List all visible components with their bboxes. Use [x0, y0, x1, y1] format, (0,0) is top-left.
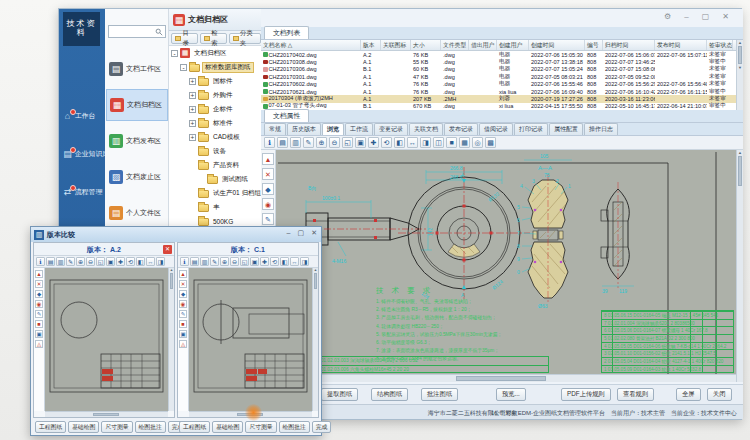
tree-node[interactable]: -标准数据库图纸 [169, 60, 261, 74]
button-结构图纸[interactable]: 结构图纸 [371, 388, 408, 401]
search-input[interactable] [108, 25, 166, 38]
tab-变更记录[interactable]: 变更记录 [374, 123, 408, 135]
stamp-approve-icon[interactable]: ▲ [35, 270, 43, 278]
expand-toggle[interactable]: + [189, 78, 196, 85]
button-绘图批注[interactable]: 绘图批注 [279, 421, 310, 433]
stamp-check-icon[interactable]: ◆ [35, 290, 43, 298]
tab-file-list[interactable]: 文档列表 [264, 26, 309, 39]
grid-icon[interactable]: ▦ [459, 137, 470, 148]
stamp-check-icon[interactable]: ◆ [179, 290, 187, 298]
zoom-out-icon[interactable]: ⊖ [86, 257, 95, 266]
column-header[interactable]: 创建用户 [497, 40, 529, 50]
expand-toggle[interactable]: - [180, 64, 187, 71]
sidebar-item-workflow[interactable]: ⇄流程管理 [59, 177, 105, 207]
workspace-item-doc-publish[interactable]: ▥文档发布区 [106, 125, 168, 157]
column-header[interactable]: 签审状态 [707, 40, 733, 50]
tab-属性配置[interactable]: 属性配置 [549, 123, 583, 135]
column-header[interactable]: 关联图标 [381, 40, 411, 50]
expand-toggle[interactable]: - [171, 50, 178, 57]
tab-doc-props[interactable]: 文档属性 [264, 109, 309, 122]
button-批注图纸[interactable]: 批注图纸 [421, 388, 458, 401]
compare-drawing-left[interactable] [45, 268, 168, 411]
target-icon[interactable]: ◎ [472, 137, 483, 148]
column-header[interactable]: 编号 [585, 40, 603, 50]
tree-node[interactable]: +外购件 [169, 88, 261, 102]
tab-借阅记录[interactable]: 借阅记录 [479, 123, 513, 135]
tree-node[interactable]: 测试图纸 [169, 172, 261, 186]
tree-node[interactable]: +CAD模板 [169, 130, 261, 144]
tab-操作日志[interactable]: 操作日志 [584, 123, 618, 135]
tab-category[interactable]: 分类夹 [229, 33, 261, 44]
button-PDF上传规则[interactable]: PDF上传规则 [561, 388, 611, 401]
stamp-reject-icon[interactable]: ✕ [179, 280, 187, 288]
expand-toggle[interactable]: + [189, 134, 196, 141]
expand-toggle[interactable]: + [189, 120, 196, 127]
stamp-reject-icon[interactable]: ✕ [35, 280, 43, 288]
button-查看规则[interactable]: 查看规则 [617, 388, 654, 401]
layers-icon[interactable]: ◧ [394, 137, 405, 148]
stamp-approve-icon[interactable]: ▲ [179, 270, 187, 278]
tab-常规[interactable]: 常规 [264, 123, 286, 135]
pan-icon[interactable]: ✚ [260, 257, 269, 266]
pane-vertical-scrollbar[interactable]: ▲ [312, 268, 318, 411]
tab-search[interactable]: 检索 [200, 33, 227, 44]
fill-icon[interactable]: ■ [446, 137, 457, 148]
settings-icon[interactable]: ⚙ [664, 12, 671, 21]
pane-vertical-scrollbar[interactable]: ▲ [168, 268, 174, 411]
button-基础绘图[interactable]: 基础绘图 [68, 421, 99, 433]
minimize-icon[interactable]: – [287, 229, 291, 237]
workspace-item-personal-files[interactable]: ▤个人文件区 [106, 197, 168, 229]
button-基础绘图[interactable]: 基础绘图 [212, 421, 243, 433]
column-header[interactable]: 文档名称 △ [261, 40, 361, 50]
table-row[interactable]: 07-01-03 管子弯头.dwgB.1670 KB.dwgxi liua202… [261, 103, 736, 110]
info-icon[interactable]: ℹ [36, 257, 45, 266]
button-全屏[interactable]: 全屏 [676, 388, 701, 401]
stamp-frame-icon[interactable]: ▣ [179, 330, 187, 338]
markup-icon[interactable]: ◨ [300, 257, 309, 266]
edit-icon[interactable]: ✎ [303, 137, 314, 148]
info-icon[interactable]: ℹ [180, 257, 189, 266]
hatch-icon[interactable]: ▩ [485, 137, 496, 148]
stamp-seal-icon[interactable]: ◉ [179, 300, 187, 308]
column-header[interactable]: 借出用户 [469, 40, 497, 50]
pan-icon[interactable]: ✚ [368, 137, 379, 148]
button-尺寸测量[interactable]: 尺寸测量 [245, 421, 276, 433]
button-工程图纸[interactable]: 工程图纸 [35, 421, 66, 433]
table-scrollbar[interactable]: ▲▼ [736, 40, 743, 110]
viewer-horizontal-scrollbar[interactable] [276, 374, 736, 382]
zoom-in-icon[interactable]: ⊕ [220, 257, 229, 266]
tree-node[interactable]: 试生产01 归档组 [169, 186, 261, 200]
tab-catalog[interactable]: 目录 [171, 33, 198, 44]
layers-icon[interactable]: ◧ [136, 257, 145, 266]
stamp-check-icon[interactable]: ◆ [262, 183, 274, 195]
minimize-icon[interactable]: – [684, 12, 688, 21]
zoom-fit-icon[interactable]: ▣ [355, 137, 366, 148]
save-icon[interactable]: ▥ [200, 257, 209, 266]
tree-node[interactable]: +国标件 [169, 74, 261, 88]
button-绘图批注[interactable]: 绘图批注 [135, 421, 166, 433]
sidebar-item-workbench[interactable]: ⌂工作台 [59, 101, 105, 131]
zoom-fit-icon[interactable]: ▣ [250, 257, 259, 266]
measure-icon[interactable]: ↔ [146, 257, 155, 266]
open-icon[interactable]: ▤ [46, 257, 55, 266]
column-header[interactable]: 大小 [411, 40, 441, 50]
info-icon[interactable]: ℹ [264, 137, 275, 148]
zoom-fit-icon[interactable]: ▣ [106, 257, 115, 266]
cad-drawing-area[interactable]: 100±0.1 142 4-M16 B向 [276, 150, 736, 374]
markup-icon[interactable]: ◨ [420, 137, 431, 148]
workspace-item-doc-archive[interactable]: ▦文档归档区 [106, 89, 168, 121]
edit-icon[interactable]: ✎ [210, 257, 219, 266]
pane-horizontal-scrollbar[interactable] [45, 411, 168, 417]
maximize-icon[interactable]: ▢ [298, 229, 305, 237]
compare-title-bar[interactable]: ▥ 版本比较 – ▢ ✕ [31, 227, 321, 242]
button-尺寸测量[interactable]: 尺寸测量 [101, 421, 132, 433]
zoom-in-icon[interactable]: ⊕ [76, 257, 85, 266]
tree-node[interactable]: -▦文档归档区 [169, 46, 261, 60]
workspace-item-doc-workspace[interactable]: ▤文档工作区 [106, 53, 168, 85]
stamp-note-icon[interactable]: ✎ [35, 310, 43, 318]
pan-icon[interactable]: ✚ [116, 257, 125, 266]
tree-node[interactable]: +标准件 [169, 116, 261, 130]
stamp-approve-icon[interactable]: ▲ [262, 153, 274, 165]
rotate-icon[interactable]: ⟲ [126, 257, 135, 266]
tree-node[interactable]: 产品资料 [169, 158, 261, 172]
